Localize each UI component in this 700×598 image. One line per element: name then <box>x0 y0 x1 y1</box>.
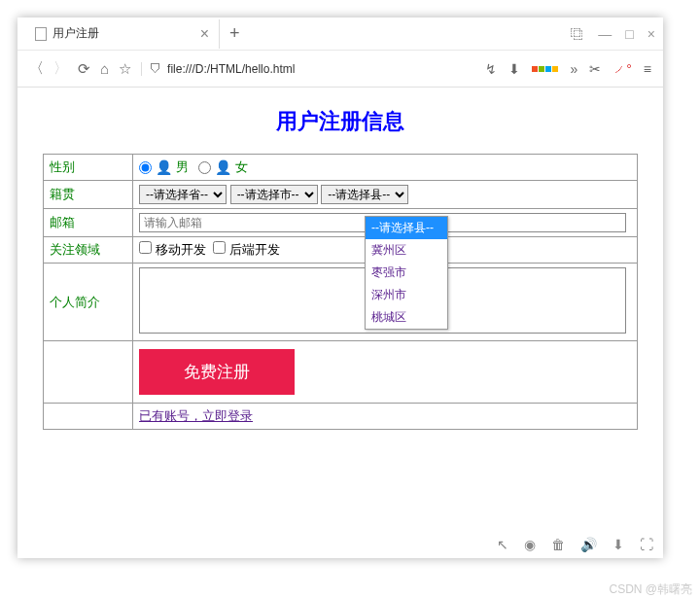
back-icon[interactable]: 〈 <box>29 59 44 78</box>
url-text: file:///D:/HTML/hello.html <box>167 62 295 76</box>
origin-label: 籍贯 <box>44 181 133 209</box>
interest-mobile-checkbox[interactable] <box>139 241 152 254</box>
county-dropdown-list[interactable]: --请选择县-- 冀州区 枣强市 深州市 桃城区 <box>365 216 448 330</box>
interest-option-1: 后端开发 <box>229 242 280 257</box>
close-window-icon[interactable]: × <box>648 26 655 42</box>
bio-label: 个人简介 <box>44 264 133 341</box>
statusbar: ↖ ◉ 🗑 🔊 ⬇ ⛶ <box>497 537 653 552</box>
registration-form: 性别 👤 男 👤 女 籍贯 --请选择省-- --请选择市-- <box>43 154 638 430</box>
wand-icon[interactable]: ⟋° <box>612 61 632 77</box>
gender-female-text: 女 <box>235 158 248 176</box>
apps-icon[interactable] <box>532 66 544 72</box>
page-title: 用户注册信息 <box>43 107 638 136</box>
dropdown-option-4[interactable]: 桃城区 <box>366 306 447 329</box>
interest-option-0: 移动开发 <box>156 242 206 257</box>
browser-tab[interactable]: 用户注册 × <box>25 19 220 49</box>
gender-male-radio[interactable] <box>139 161 152 174</box>
fullscreen-icon[interactable]: ⛶ <box>640 537 653 552</box>
email-label: 邮箱 <box>44 209 133 237</box>
apps-icon-2 <box>545 66 558 72</box>
trash-icon[interactable]: 🗑 <box>551 537 565 552</box>
reload-icon[interactable]: ⟳ <box>78 60 90 78</box>
download-icon[interactable]: ⬇ <box>508 61 520 77</box>
tab-title: 用户注册 <box>52 25 99 42</box>
dropdown-option-2[interactable]: 枣强市 <box>366 262 447 284</box>
page-content: 用户注册信息 性别 👤 男 👤 女 籍贯 -- <box>18 88 663 440</box>
scissors-icon[interactable]: ✂ <box>589 61 601 77</box>
speaker-icon[interactable]: 🔊 <box>580 537 597 552</box>
submit-cell-label <box>44 341 133 404</box>
watermark: CSDN @韩曙亮 <box>609 581 692 598</box>
more-icon[interactable]: » <box>570 61 578 77</box>
dropdown-option-1[interactable]: 冀州区 <box>366 239 447 262</box>
maximize-icon[interactable]: □ <box>625 26 633 42</box>
interest-backend-checkbox[interactable] <box>213 241 226 254</box>
cursor-icon[interactable]: ↖ <box>497 537 508 552</box>
city-select[interactable]: --请选择市-- <box>230 185 318 204</box>
menu-icon[interactable]: ≡ <box>644 61 651 77</box>
dropdown-option-3[interactable]: 深州市 <box>366 284 447 306</box>
male-icon: 👤 <box>156 159 172 175</box>
new-tab-button[interactable]: + <box>220 23 250 44</box>
home-icon[interactable]: ⌂ <box>100 60 109 77</box>
province-select[interactable]: --请选择省-- <box>139 185 227 204</box>
interest-label: 关注领域 <box>44 237 133 264</box>
login-link[interactable]: 已有账号，立即登录 <box>139 408 253 423</box>
gender-label: 性别 <box>44 155 133 181</box>
gender-male-text: 男 <box>176 158 189 176</box>
female-icon: 👤 <box>215 159 231 175</box>
shield-icon: ⛉ <box>150 62 161 76</box>
login-cell-label <box>44 404 133 430</box>
minimize-icon[interactable]: — <box>598 26 612 42</box>
file-icon <box>35 27 47 41</box>
favorite-icon[interactable]: ☆ <box>119 60 131 78</box>
submit-button[interactable]: 免费注册 <box>139 349 295 395</box>
close-tab-icon[interactable]: × <box>200 25 209 43</box>
address-bar[interactable]: ⛉ file:///D:/HTML/hello.html <box>141 62 475 76</box>
page-cascade-icon[interactable]: ⿻ <box>571 26 584 42</box>
compass-icon[interactable]: ◉ <box>524 537 536 552</box>
county-select[interactable]: --请选择县-- <box>321 185 408 204</box>
gender-female-radio[interactable] <box>198 161 211 174</box>
toolbar: 〈 〉 ⟳ ⌂ ☆ ⛉ file:///D:/HTML/hello.html ↯… <box>18 51 663 88</box>
download-status-icon[interactable]: ⬇ <box>612 537 624 552</box>
forward-icon: 〉 <box>53 59 68 78</box>
flash-icon[interactable]: ↯ <box>485 61 497 77</box>
dropdown-option-0[interactable]: --请选择县-- <box>366 217 447 239</box>
titlebar: 用户注册 × + ⿻ — □ × <box>18 18 663 51</box>
